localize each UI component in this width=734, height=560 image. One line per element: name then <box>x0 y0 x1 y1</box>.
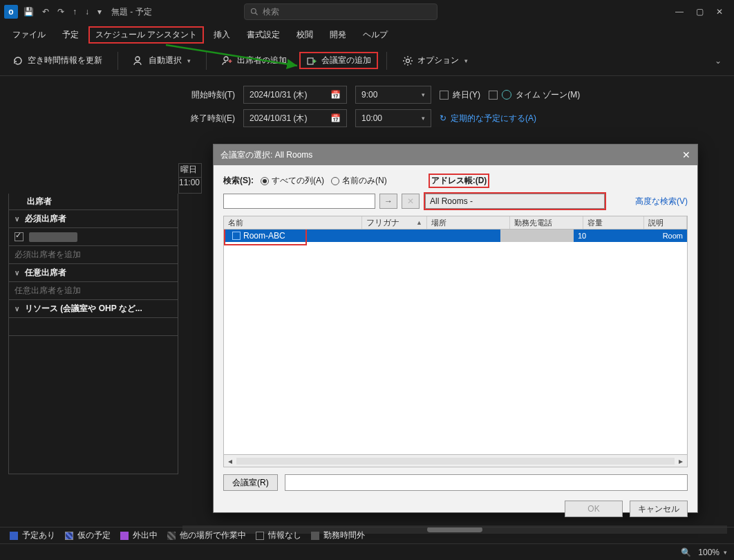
svg-point-2 <box>135 57 140 61</box>
room-icon <box>232 232 241 240</box>
results-hscrollbar[interactable]: ◂ ▸ <box>223 455 688 467</box>
close-button[interactable]: ✕ <box>716 7 723 17</box>
radio-all-columns[interactable]: すべての列(A) <box>261 175 324 187</box>
grid-day-header: 曜日 <box>178 163 202 177</box>
make-recurring-link[interactable]: ↻ 定期的な予定にする(A) <box>440 113 536 124</box>
search-label: 検索(S): <box>223 175 254 187</box>
arrow-up-icon[interactable]: ↑ <box>73 7 77 17</box>
add-required-placeholder[interactable]: 必須出席者を追加 <box>8 246 178 264</box>
timezones-checkbox[interactable]: タイム ゾーン(M) <box>489 89 580 101</box>
add-optional-placeholder[interactable]: 任意出席者を追加 <box>8 282 178 300</box>
search-input[interactable]: 検索 <box>244 3 437 20</box>
add-attendee-button[interactable]: 出席者の追加 <box>215 52 294 69</box>
rooms-field-button[interactable]: 会議室(R) <box>223 474 278 491</box>
advanced-search-link[interactable]: 高度な検索(V) <box>635 196 688 207</box>
dialog-close-button[interactable]: ✕ <box>682 149 690 160</box>
clear-search-button[interactable]: ✕ <box>402 194 420 209</box>
menu-developer[interactable]: 開発 <box>323 26 353 44</box>
refresh-icon <box>12 55 23 66</box>
col-location[interactable]: 場所 <box>427 216 510 229</box>
end-time-label: 終了時刻(E) <box>187 113 235 124</box>
menu-appointment[interactable]: 予定 <box>55 26 86 44</box>
chevron-down-icon: ▾ <box>187 57 191 64</box>
grid-blank <box>8 336 178 474</box>
col-furigana[interactable]: フリガナ▲ <box>362 216 427 229</box>
room-search-input[interactable] <box>223 194 375 209</box>
person-search-icon <box>133 55 144 66</box>
calendar-icon: 📅 <box>330 90 341 100</box>
svg-point-3 <box>224 57 228 61</box>
menu-scheduling-assistant[interactable]: スケジュール アシスタント <box>88 26 204 44</box>
legend-working-elsewhere: 他の場所で作業中 <box>167 530 246 541</box>
menu-format[interactable]: 書式設定 <box>240 26 287 44</box>
zoom-dropdown[interactable]: 100%▾ <box>698 548 727 557</box>
attendee-row[interactable] <box>8 228 178 246</box>
end-date-picker[interactable]: 2024/10/31 (木)📅 <box>243 109 347 127</box>
auto-select-button[interactable]: 自動選択▾ <box>126 52 198 69</box>
radio-name-only[interactable]: 名前のみ(N) <box>331 175 387 187</box>
gear-icon <box>402 55 413 66</box>
col-phone[interactable]: 勤務先電話 <box>510 216 583 229</box>
results-header: 名前 フリガナ▲ 場所 勤務先電話 容量 説明 <box>223 216 688 230</box>
col-capacity[interactable]: 容量 <box>583 216 644 229</box>
person-add-icon <box>222 55 233 66</box>
required-section[interactable]: ∨必須出席者 <box>8 210 178 228</box>
resources-section[interactable]: ∨リソース (会議室や OHP など... <box>8 300 178 318</box>
menu-help[interactable]: ヘルプ <box>356 26 395 44</box>
zoom-icon[interactable]: 🔍 <box>681 548 691 557</box>
window-title: 無題 - 予定 <box>111 6 152 18</box>
scroll-right-icon[interactable]: ▸ <box>675 456 687 466</box>
result-row[interactable]: Room-ABC 10 Room <box>224 230 687 242</box>
dialog-title: 会議室の選択: All Rooms <box>220 149 312 161</box>
app-icon: o <box>4 5 18 19</box>
globe-icon <box>502 90 511 100</box>
qat-more-icon[interactable]: ▾ <box>97 7 102 17</box>
scroll-left-icon[interactable]: ◂ <box>224 456 236 466</box>
addressbook-select[interactable]: All Rooms - <box>425 194 605 209</box>
addressbook-label: アドレス帳:(D) <box>431 176 487 185</box>
undo-icon[interactable]: ↶ <box>42 7 49 17</box>
menu-review[interactable]: 校閲 <box>290 26 320 44</box>
legend-busy: 予定あり <box>10 530 55 541</box>
minimize-button[interactable]: — <box>675 7 684 17</box>
svg-line-1 <box>256 13 258 15</box>
select-rooms-dialog: 会議室の選択: All Rooms ✕ 検索(S): すべての列(A) 名前のみ… <box>213 144 698 513</box>
add-room-label: 会議室の追加 <box>321 55 371 66</box>
add-room-button[interactable]: 会議室の追加 <box>299 52 378 69</box>
start-date-picker[interactable]: 2024/10/31 (木)📅 <box>243 86 347 104</box>
legend-noinfo: 情報なし <box>256 530 301 541</box>
svg-point-5 <box>406 59 410 62</box>
options-button[interactable]: オプション▾ <box>395 52 475 69</box>
maximize-button[interactable]: ▢ <box>696 7 704 17</box>
optional-section[interactable]: ∨任意出席者 <box>8 264 178 282</box>
results-list[interactable]: Room-ABC 10 Room <box>223 230 688 455</box>
menu-insert[interactable]: 挿入 <box>207 26 237 44</box>
add-attendee-label: 出席者の追加 <box>237 55 287 66</box>
rooms-field-input[interactable] <box>285 474 688 491</box>
arrow-down-icon[interactable]: ↓ <box>85 7 89 17</box>
save-icon[interactable]: 💾 <box>23 7 34 17</box>
col-name[interactable]: 名前 <box>224 216 362 229</box>
refresh-freebusy-label: 空き時間情報を更新 <box>28 55 102 66</box>
col-description[interactable]: 説明 <box>644 216 687 229</box>
search-placeholder: 検索 <box>263 6 279 18</box>
go-button[interactable]: → <box>379 194 397 209</box>
start-time-picker[interactable]: 9:00▾ <box>355 86 431 104</box>
ribbon-collapse-button[interactable]: ⌄ <box>708 56 728 66</box>
cancel-button[interactable]: キャンセル <box>630 501 688 517</box>
room-add-icon <box>306 55 317 66</box>
grid-time-header: 11:00 <box>178 177 202 194</box>
ok-button[interactable]: OK <box>565 501 623 517</box>
legend-tentative: 仮の予定 <box>65 530 111 541</box>
menu-file[interactable]: ファイル <box>6 26 53 44</box>
legend-offhours: 勤務時間外 <box>311 530 365 541</box>
allday-checkbox[interactable]: 終日(Y) <box>440 89 480 101</box>
redo-icon[interactable]: ↷ <box>57 7 64 17</box>
end-time-picker[interactable]: 10:00▾ <box>355 109 431 127</box>
add-resource-placeholder[interactable] <box>8 318 178 336</box>
svg-point-0 <box>252 9 256 14</box>
refresh-freebusy-button[interactable]: 空き時間情報を更新 <box>6 52 109 69</box>
legend-oof: 外出中 <box>120 530 158 541</box>
recurrence-icon: ↻ <box>440 113 446 123</box>
attendees-header: 出席者 <box>8 194 178 210</box>
